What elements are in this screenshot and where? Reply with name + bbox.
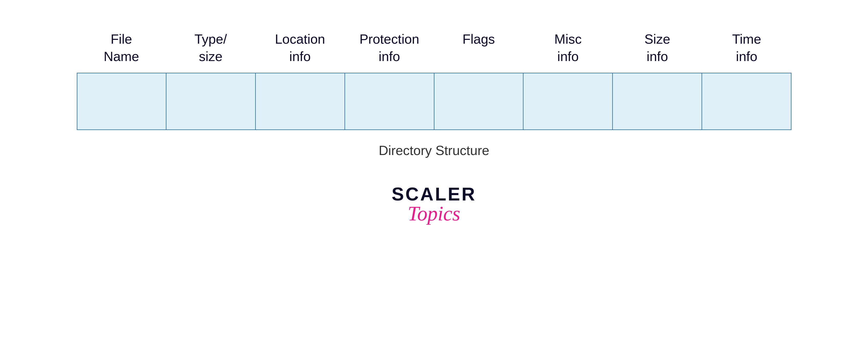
cell-flags: [434, 73, 524, 130]
cell-size-info: [613, 73, 702, 130]
cell-file-name: [77, 73, 167, 130]
logo-scaler-text: SCALER: [392, 183, 476, 205]
cell-protection-info: [345, 73, 434, 130]
header-protection-info: Protectioninfo: [345, 31, 434, 70]
header-file-name: FileName: [77, 31, 166, 70]
logo-topics-text: Topics: [408, 202, 460, 225]
header-type-size: Type/size: [166, 31, 255, 70]
cell-misc-info: [523, 73, 613, 130]
cell-location-info: [256, 73, 345, 130]
logo-container: SCALER Topics: [392, 183, 476, 225]
header-flags: Flags: [434, 31, 523, 70]
cell-type-size: [166, 73, 256, 130]
diagram-container: FileName Type/size Locationinfo Protecti…: [77, 31, 792, 225]
headers-row: FileName Type/size Locationinfo Protecti…: [77, 31, 792, 70]
header-size-info: Sizeinfo: [613, 31, 702, 70]
header-time-info: Timeinfo: [702, 31, 792, 70]
cell-time-info: [702, 73, 791, 130]
header-misc-info: Miscinfo: [523, 31, 613, 70]
directory-structure-row: [77, 73, 792, 130]
header-location-info: Locationinfo: [255, 31, 345, 70]
diagram-caption: Directory Structure: [379, 143, 489, 158]
